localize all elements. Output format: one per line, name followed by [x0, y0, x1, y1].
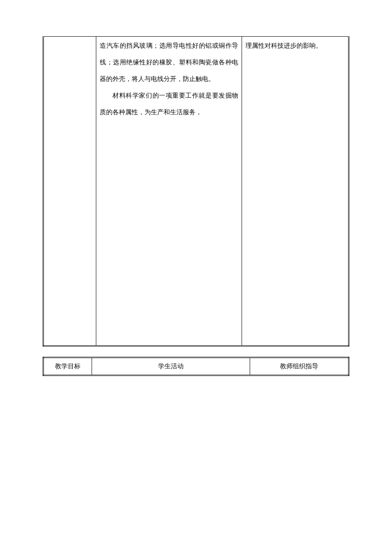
header-guidance: 教师组织指导	[250, 358, 349, 376]
cell-activity: 造汽车的挡风玻璃；选用导电性好的铝或铜作导线；选用绝缘性好的橡胶、塑料和陶瓷做各…	[96, 37, 242, 346]
table-row: 造汽车的挡风玻璃；选用导电性好的铝或铜作导线；选用绝缘性好的橡胶、塑料和陶瓷做各…	[43, 37, 349, 346]
cell-guidance: 理属性对科技进步的影响。	[242, 37, 349, 346]
page-content: 造汽车的挡风玻璃；选用导电性好的铝或铜作导线；选用绝缘性好的橡胶、塑料和陶瓷做各…	[0, 0, 392, 376]
activity-text-1: 造汽车的挡风玻璃；选用导电性好的铝或铜作导线；选用绝缘性好的橡胶、塑料和陶瓷做各…	[100, 42, 238, 82]
main-table: 造汽车的挡风玻璃；选用导电性好的铝或铜作导线；选用绝缘性好的橡胶、塑料和陶瓷做各…	[43, 36, 349, 347]
header-objective: 教学目标	[43, 358, 92, 376]
header-table: 教学目标 学生活动 教师组织指导	[43, 357, 349, 376]
header-activity: 学生活动	[92, 358, 250, 376]
activity-text-2: 材料科学家们的一项重要工作就是要发掘物质的各种属性，为生产和生活服务，	[100, 92, 238, 116]
table-row: 教学目标 学生活动 教师组织指导	[43, 358, 349, 376]
cell-objective	[43, 37, 96, 346]
guidance-text: 理属性对科技进步的影响。	[245, 42, 322, 49]
